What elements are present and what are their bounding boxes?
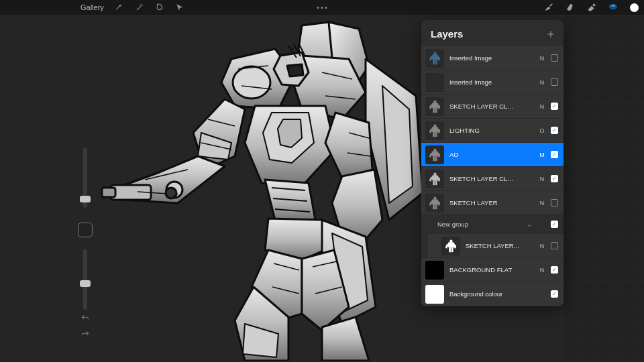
toolbar-right [544, 3, 639, 12]
layer-name[interactable]: Inserted Image [449, 54, 533, 62]
layer-row[interactable]: SKETCH LAYER…N [421, 234, 564, 258]
layer-blend-mode[interactable]: N [539, 267, 545, 274]
modifier-button[interactable] [78, 223, 93, 237]
layer-blend-mode[interactable]: N [539, 176, 545, 182]
eraser-icon[interactable] [587, 3, 596, 12]
canvas-grid-background [564, 0, 644, 362]
layer-row[interactable]: New group⌄ [421, 215, 564, 234]
gallery-button[interactable]: Gallery [80, 3, 104, 11]
modify-menu-icon[interactable] [317, 0, 327, 15]
layer-thumbnail [425, 170, 444, 188]
layers-icon[interactable] [608, 3, 618, 12]
layer-name[interactable]: SKETCH LAYER CL… [449, 103, 533, 110]
layer-name[interactable]: Background colour [449, 290, 533, 298]
layer-thumbnail [441, 237, 460, 255]
layer-name[interactable]: BACKGROUND FLAT [449, 266, 533, 274]
layer-name[interactable]: LIGHTING [449, 127, 533, 134]
layer-blend-mode[interactable]: N [539, 79, 545, 86]
layer-blend-mode[interactable]: M [539, 152, 545, 158]
layer-thumbnail [425, 194, 444, 213]
layer-visibility-checkbox[interactable] [551, 290, 558, 298]
layer-name[interactable]: New group [425, 221, 521, 228]
layer-blend-mode[interactable]: N [539, 103, 545, 110]
chevron-down-icon[interactable]: ⌄ [527, 221, 532, 228]
layer-blend-mode[interactable]: N [539, 55, 545, 62]
layer-row[interactable]: AOM [421, 143, 564, 167]
layer-name[interactable]: SKETCH LAYER… [466, 242, 533, 249]
color-swatch[interactable] [630, 3, 639, 12]
left-slider-rail [79, 147, 91, 312]
layer-visibility-checkbox[interactable] [551, 242, 558, 249]
wand-icon[interactable] [135, 3, 144, 12]
layer-blend-mode[interactable]: N [539, 243, 545, 249]
undo-redo-group [80, 314, 90, 339]
layer-visibility-checkbox[interactable] [551, 78, 558, 86]
adjustments-icon[interactable] [115, 3, 124, 12]
layer-name[interactable]: AO [449, 151, 533, 158]
layer-row[interactable]: SKETCH LAYER CL…N [421, 95, 564, 119]
layer-visibility-checkbox[interactable] [551, 175, 558, 182]
top-toolbar: Gallery [0, 0, 644, 15]
toolbar-left: Gallery [80, 3, 184, 12]
selection-icon[interactable] [155, 3, 164, 12]
layer-thumbnail [425, 285, 444, 304]
layer-thumbnail [425, 97, 444, 116]
layer-thumbnail [425, 261, 444, 280]
brush-size-thumb[interactable] [80, 196, 91, 202]
redo-icon[interactable] [80, 330, 90, 339]
brush-opacity-thumb[interactable] [80, 280, 91, 287]
layer-visibility-checkbox[interactable] [551, 103, 558, 110]
brush-icon[interactable] [544, 3, 553, 12]
layers-panel-header: Layers [421, 20, 564, 46]
layer-visibility-checkbox[interactable] [551, 127, 558, 134]
smudge-icon[interactable] [566, 3, 575, 12]
layer-visibility-checkbox[interactable] [551, 199, 558, 206]
layer-name[interactable]: SKETCH LAYER CL… [449, 175, 533, 182]
canvas[interactable] [101, 19, 463, 361]
layers-panel-title: Layers [431, 28, 463, 40]
svg-rect-2 [102, 188, 115, 197]
layer-row[interactable]: LIGHTINGO [421, 119, 564, 143]
layer-visibility-checkbox[interactable] [551, 221, 558, 228]
brush-size-slider[interactable] [83, 147, 87, 208]
layer-visibility-checkbox[interactable] [551, 151, 558, 158]
layer-visibility-checkbox[interactable] [551, 266, 558, 274]
artwork-mech [101, 19, 463, 361]
svg-point-4 [166, 188, 176, 198]
add-layer-icon[interactable] [546, 29, 555, 39]
layer-row[interactable]: BACKGROUND FLATN [421, 258, 564, 282]
layers-panel: Layers Inserted ImageNInserted ImageN SK… [421, 20, 564, 306]
layer-thumbnail [425, 49, 444, 68]
layer-name[interactable]: SKETCH LAYER [449, 199, 533, 206]
layer-visibility-checkbox[interactable] [551, 54, 558, 62]
layer-row[interactable]: Inserted ImageN [421, 70, 564, 95]
svg-point-0 [233, 66, 270, 99]
move-icon[interactable] [175, 3, 184, 12]
layer-row[interactable]: SKETCH LAYERN [421, 191, 564, 215]
layer-thumbnail [425, 73, 444, 92]
layer-row[interactable]: Inserted ImageN [421, 46, 564, 70]
layer-list: Inserted ImageNInserted ImageN SKETCH LA… [421, 46, 564, 306]
layer-thumbnail [425, 121, 444, 140]
layer-row[interactable]: Background colour [421, 282, 564, 306]
undo-icon[interactable] [80, 314, 90, 323]
brush-opacity-slider[interactable] [83, 249, 87, 310]
layer-row[interactable]: SKETCH LAYER CL…N [421, 167, 564, 191]
layer-thumbnail [425, 145, 444, 164]
layer-name[interactable]: Inserted Image [449, 78, 533, 86]
layer-blend-mode[interactable]: O [539, 127, 545, 134]
layer-blend-mode[interactable]: N [539, 200, 545, 206]
